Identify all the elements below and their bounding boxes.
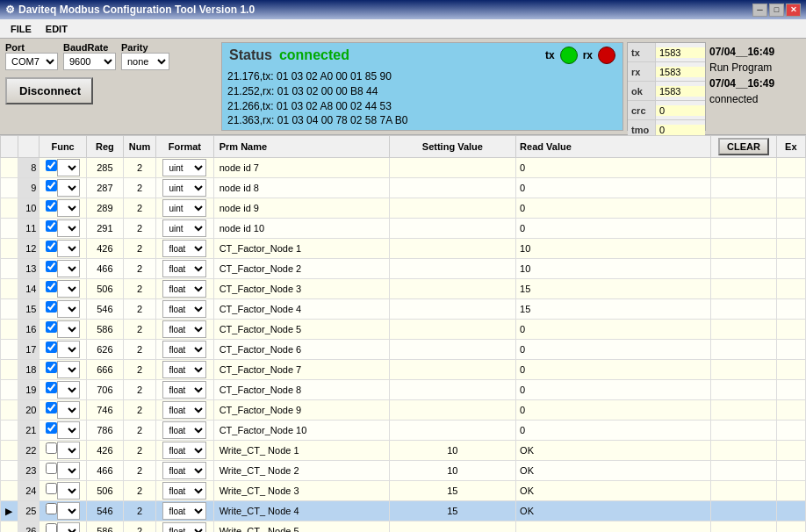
row-checkbox[interactable] <box>46 402 57 413</box>
parity-select[interactable]: none <box>121 53 169 70</box>
format-select[interactable]: float <box>162 240 206 257</box>
format-select[interactable]: float <box>162 522 206 532</box>
func-select[interactable]: 3 <box>57 421 80 439</box>
format-select[interactable]: float <box>162 280 206 298</box>
format-select[interactable]: float <box>162 361 206 378</box>
format-select[interactable]: float <box>162 320 206 338</box>
row-checkbox[interactable] <box>46 503 57 514</box>
format-select[interactable]: float <box>162 260 206 277</box>
func-select[interactable]: 3 <box>57 280 80 298</box>
row-checkbox[interactable] <box>46 442 57 454</box>
func-select[interactable]: 3 <box>57 260 80 277</box>
row-checkbox[interactable] <box>46 483 57 494</box>
port-select[interactable]: COM7 <box>5 53 58 70</box>
setting-value-cell <box>389 400 515 421</box>
maximize-button[interactable]: □ <box>769 4 784 17</box>
ex-cell <box>776 320 805 340</box>
row-arrow-cell <box>1 299 18 320</box>
format-select[interactable]: float <box>162 401 206 419</box>
format-select[interactable]: float <box>162 300 206 318</box>
row-checkbox[interactable] <box>46 523 57 533</box>
row-number: 8 <box>18 158 39 178</box>
func-select[interactable]: 16 <box>57 482 80 500</box>
func-select[interactable]: 3 <box>57 320 80 338</box>
clear-cell <box>711 521 776 533</box>
row-checkbox[interactable] <box>46 382 57 393</box>
format-select[interactable]: float <box>162 421 206 439</box>
clear-button[interactable]: CLEAR <box>718 138 769 155</box>
close-button[interactable]: ✕ <box>786 4 801 17</box>
format-select[interactable]: float <box>162 442 206 459</box>
menu-bar: FILE EDIT <box>0 19 806 39</box>
col-prm: Prm Name <box>213 136 389 158</box>
format-select[interactable]: uint <box>162 219 206 237</box>
format-cell: float <box>156 259 214 279</box>
row-checkbox[interactable] <box>46 422 57 434</box>
func-select[interactable]: 3 <box>57 159 80 176</box>
row-number: 25 <box>18 501 39 521</box>
setting-value-cell <box>389 299 515 320</box>
func-select[interactable]: 3 <box>57 219 80 237</box>
checkbox-func-cell: 3 <box>40 158 86 178</box>
minimize-button[interactable]: ─ <box>752 4 767 17</box>
menu-file[interactable]: FILE <box>4 22 39 36</box>
row-checkbox[interactable] <box>46 220 57 232</box>
row-checkbox[interactable] <box>46 180 57 191</box>
func-select[interactable]: 3 <box>57 401 80 419</box>
row-checkbox[interactable] <box>46 241 57 252</box>
format-select[interactable]: float <box>162 341 206 358</box>
stat-rx: rx 1583 <box>628 62 705 82</box>
format-select[interactable]: float <box>162 482 206 500</box>
row-number: 15 <box>18 299 39 320</box>
func-select[interactable]: 3 <box>57 300 80 318</box>
row-arrow-cell: ▶ <box>1 501 18 521</box>
log-area: 21.176,tx: 01 03 02 A0 00 01 85 9021.252… <box>222 68 622 130</box>
row-checkbox[interactable] <box>46 321 57 333</box>
menu-edit[interactable]: EDIT <box>39 22 75 36</box>
row-checkbox[interactable] <box>46 261 57 272</box>
datetime-line3: 07/04__16:49 <box>709 75 799 91</box>
func-select[interactable]: 3 <box>57 179 80 197</box>
format-select[interactable]: uint <box>162 159 206 176</box>
disconnect-button[interactable]: Disconnect <box>5 77 93 104</box>
prm-name-cell: Write_CT_ Node 4 <box>213 501 389 521</box>
format-cell: float <box>156 481 214 501</box>
num-cell: 2 <box>123 299 155 320</box>
format-select[interactable]: uint <box>162 179 206 197</box>
func-select[interactable]: 16 <box>57 502 80 520</box>
row-checkbox[interactable] <box>46 463 57 474</box>
row-arrow-cell <box>1 380 18 400</box>
func-select[interactable]: 3 <box>57 341 80 358</box>
func-select[interactable]: 16 <box>57 462 80 479</box>
table-row: 1736262floatCT_Factor_Node 60 <box>1 340 806 360</box>
prm-name-cell: CT_Factor_Node 4 <box>213 299 389 320</box>
stat-tx-label: tx <box>628 43 656 61</box>
row-checkbox[interactable] <box>46 362 57 373</box>
setting-value-cell <box>389 279 515 299</box>
baud-select[interactable]: 9600 <box>63 53 116 70</box>
format-select[interactable]: float <box>162 381 206 399</box>
reg-cell: 289 <box>86 198 123 219</box>
func-select[interactable]: 3 <box>57 381 80 399</box>
reg-cell: 506 <box>86 481 123 501</box>
table-row: 1635862floatCT_Factor_Node 50 <box>1 320 806 340</box>
format-select[interactable]: uint <box>162 199 206 217</box>
format-select[interactable]: float <box>162 502 206 520</box>
row-checkbox[interactable] <box>46 160 57 171</box>
func-select[interactable]: 3 <box>57 240 80 257</box>
clear-cell <box>711 219 776 239</box>
row-arrow-cell <box>1 158 18 178</box>
func-select[interactable]: 3 <box>57 361 80 378</box>
func-select[interactable]: 3 <box>57 199 80 217</box>
reg-cell: 586 <box>86 521 123 533</box>
func-select[interactable]: 16 <box>57 442 80 459</box>
row-checkbox[interactable] <box>46 281 57 292</box>
table-container[interactable]: Func Reg Num Format Prm Name Setting Val… <box>0 135 806 532</box>
checkbox-func-cell: 3 <box>40 340 86 360</box>
row-checkbox[interactable] <box>46 341 57 353</box>
row-checkbox[interactable] <box>46 301 57 313</box>
row-checkbox[interactable] <box>46 200 57 212</box>
func-select[interactable]: 16 <box>57 522 80 532</box>
format-select[interactable]: float <box>162 462 206 479</box>
read-value-cell: 0 <box>516 198 711 219</box>
